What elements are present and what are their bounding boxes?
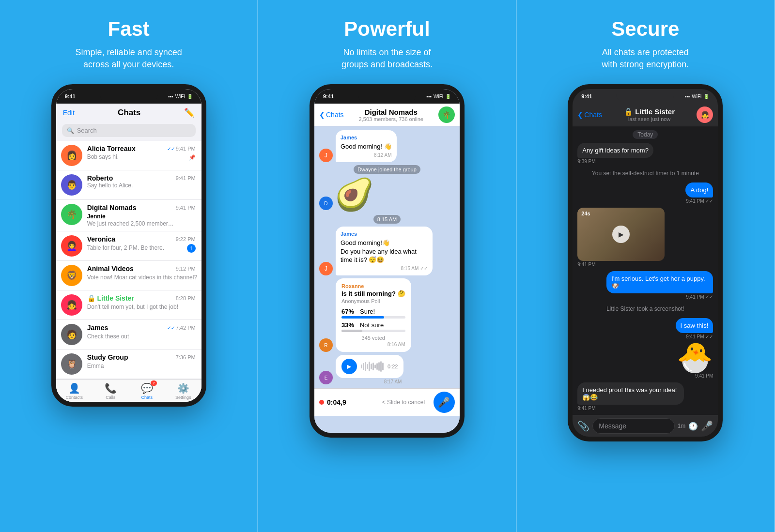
list-item[interactable]: 🌴 Digital Nomads 9:41 PM Jennie We just …	[56, 200, 202, 231]
slide-to-cancel: < Slide to cancel	[376, 399, 431, 406]
media-play-icon[interactable]: ▶	[612, 226, 630, 243]
chat-preview: We just reached 2,500 members! WOO!	[87, 220, 174, 227]
wifi-icon: WiFi	[692, 94, 701, 99]
media-thumbnail[interactable]: 24s ▶	[577, 208, 665, 261]
system-message: Little Sister took a screenshot!	[606, 304, 684, 314]
microphone-icon[interactable]: 🎤	[701, 420, 713, 432]
chat-info: Study Group 7:36 PM Emma	[87, 353, 196, 370]
avatar: 🌴	[61, 204, 82, 225]
message-item: A dog! 9:41 PM ✓✓	[577, 182, 713, 204]
chat-row: Animal Videos 9:12 PM	[87, 265, 196, 273]
poll-pct: 67%	[341, 308, 357, 315]
chat-row: Roberto 9:41 PM	[87, 174, 196, 182]
phone-fast: 9:41 ▪▪▪ WiFi 🔋 Edit Chats ✏️ 🔍 Search	[51, 84, 206, 407]
message-time: 9:41 PM ✓✓	[686, 198, 713, 204]
list-item[interactable]: 👨 Roberto 9:41 PM Say hello to Alice.	[56, 170, 202, 200]
panel-secure-title: Secure	[611, 17, 679, 41]
compose-button[interactable]: ✏️	[184, 107, 195, 118]
status-time-powerful: 9:41	[323, 93, 334, 99]
message-time: 9:39 PM	[577, 159, 595, 164]
status-icons-fast: ▪▪▪ WiFi 🔋	[168, 94, 193, 99]
voice-message-wrapper: ▶	[336, 355, 403, 384]
tab-calls-label: Calls	[106, 395, 115, 400]
chat-info: 🔒 Little Sister 8:28 PM Don't tell mom y…	[87, 294, 196, 311]
chat-name: Animal Videos	[87, 265, 134, 273]
chat-name: Study Group	[87, 353, 128, 361]
poll-bar-bg	[341, 330, 405, 332]
play-button[interactable]: ▶	[341, 359, 357, 374]
list-item[interactable]: 🦁 Animal Videos 9:12 PM Vote now! Moar c…	[56, 261, 202, 290]
avatar: 👨	[61, 174, 82, 196]
battery-icon: 🔋	[445, 94, 451, 99]
chat-name: Alicia Torreaux	[87, 145, 136, 152]
tab-contacts[interactable]: 👤 Contacts	[56, 382, 93, 400]
back-button[interactable]: ❮ Chats	[319, 111, 344, 119]
sticker-message: 🐣 9:41 PM	[577, 343, 713, 379]
panel-secure-subtitle: All chats are protectedwith strong encry…	[602, 46, 689, 71]
wave-bar	[374, 365, 376, 368]
edit-button[interactable]: Edit	[63, 109, 75, 117]
bubble-time: 8:16 AM	[341, 342, 405, 347]
signal-icon: ▪▪▪	[168, 94, 173, 99]
sender-avatar: J	[319, 149, 333, 162]
avatar: 👩‍🦱	[61, 235, 82, 257]
tab-calls[interactable]: 📞 Calls	[93, 382, 129, 400]
attachment-icon[interactable]: 📎	[577, 420, 589, 432]
search-input-wrapper[interactable]: 🔍 Search	[62, 124, 196, 137]
group-nav: ❮ Chats Digital Nomads 2,503 members, 73…	[314, 104, 460, 126]
self-destruct-timer: 1m	[678, 423, 686, 429]
poll-bar-bg	[341, 316, 405, 319]
list-item[interactable]: 👩‍🦱 Veronica 9:22 PM Table for four, 2 P…	[56, 231, 202, 261]
group-members: 2,503 members, 736 online	[347, 116, 435, 122]
dark-center: 🔒 Little Sister last seen just now	[605, 107, 694, 122]
microphone-button[interactable]: 🎤	[434, 392, 455, 413]
media-label: 24s	[581, 211, 590, 216]
group-avatar[interactable]: 🌴	[438, 106, 455, 123]
list-item[interactable]: 🦉 Study Group 7:36 PM Emma	[56, 350, 202, 379]
chat-info: Alicia Torreaux ✓✓ 9:41 PM Bob says hi. …	[87, 145, 196, 161]
message-item: R Roxanne Is it still morning? 🤔 Anonymo…	[319, 278, 455, 352]
phone-secure-screen: ❮ Chats 🔒 Little Sister last seen just n…	[573, 104, 718, 437]
phone-secure: 9:41 ▪▪▪ WiFi 🔋 ❮ Chats 🔒 Little Sister …	[568, 84, 723, 441]
settings-icon: ⚙️	[177, 382, 189, 394]
chats-nav: Edit Chats ✏️	[56, 104, 202, 121]
search-icon: 🔍	[67, 127, 74, 134]
message-input[interactable]: Message	[592, 418, 674, 434]
chat-time: 9:41 PM	[176, 175, 196, 181]
message-item: I saw this! 9:41 PM ✓✓	[577, 318, 713, 339]
list-item[interactable]: 🧑 James ✓✓ 7:42 PM Check these out	[56, 320, 202, 350]
chat-row: Alicia Torreaux ✓✓ 9:41 PM	[87, 145, 196, 152]
wifi-icon: WiFi	[434, 94, 443, 99]
contact-avatar[interactable]: 👧	[697, 106, 713, 123]
list-item[interactable]: 👧 🔒 Little Sister 8:28 PM Don't tell mom…	[56, 290, 202, 320]
bubble-time: 8:12 AM	[341, 152, 392, 159]
list-item[interactable]: 👩 Alicia Torreaux ✓✓ 9:41 PM Bob says hi…	[56, 141, 202, 170]
battery-icon: 🔋	[187, 94, 193, 99]
chats-badge: 2	[151, 380, 156, 386]
check-icon: ✓✓	[167, 146, 175, 152]
date-divider: Today	[633, 130, 658, 139]
tab-chats[interactable]: 💬 2 Chats	[129, 382, 165, 400]
poll-pct: 33%	[341, 321, 357, 329]
sticker-message: D 🥑	[319, 179, 455, 210]
phone-fast-screen: Edit Chats ✏️ 🔍 Search 👩 Alicia Tor	[56, 104, 202, 402]
back-button[interactable]: ❮ Chats	[577, 111, 602, 119]
chat-name: 🔒 Little Sister	[87, 294, 134, 302]
bubble-time: 8:17 AM	[336, 379, 403, 384]
wave-bar	[369, 362, 370, 371]
avatar: 👧	[61, 294, 82, 316]
chat-name: Veronica	[87, 235, 115, 243]
signal-icon: ▪▪▪	[426, 94, 432, 99]
poll-option-label: Sure!	[360, 308, 375, 315]
bubble-time: 8:15 AM ✓✓	[341, 265, 428, 272]
tab-settings[interactable]: ⚙️ Settings	[165, 382, 202, 400]
voice-bubble: ▶	[336, 355, 403, 378]
chat-status: last seen just now	[605, 116, 694, 122]
bubble-text: Good morning!👋Do you have any idea what …	[341, 239, 428, 264]
tab-contacts-label: Contacts	[65, 395, 83, 400]
chat-info: Roberto 9:41 PM Say hello to Alice.	[87, 174, 196, 189]
recording-time: 0:04,9	[327, 398, 346, 406]
panel-powerful-title: Powerful	[344, 17, 430, 41]
tab-chats-label: Chats	[141, 395, 153, 400]
secure-messages: Today Any gift ideas for mom? 9:39 PM Yo…	[573, 126, 718, 415]
